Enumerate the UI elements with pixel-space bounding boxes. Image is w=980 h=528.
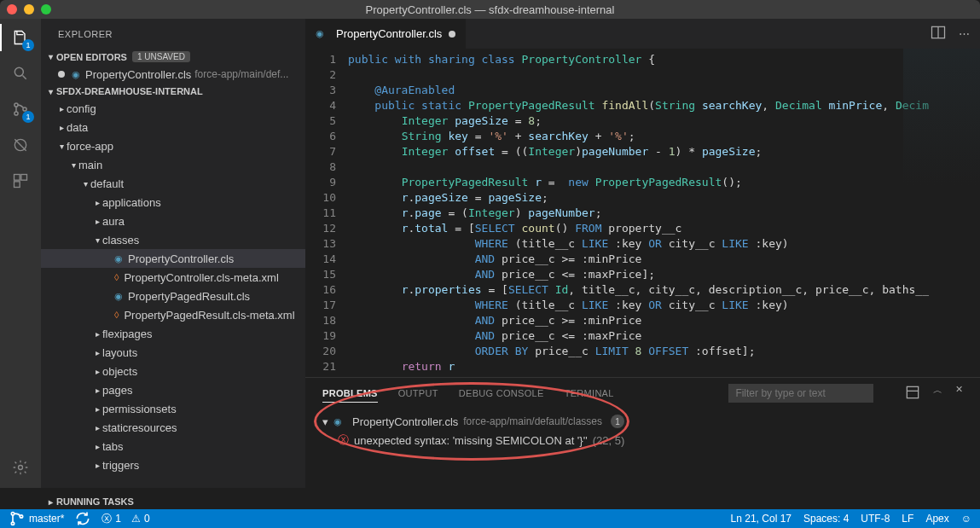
file-node[interactable]: ◊PropertyPagedResult.cls-meta.xml (41, 305, 305, 324)
folder-node[interactable]: ▸ objects (41, 362, 305, 380)
apex-file-icon: ◉ (114, 253, 123, 264)
tab-filename: PropertyController.cls (336, 27, 442, 40)
problem-filepath: force-app/main/default/classes (463, 415, 602, 427)
problems-tab[interactable]: PROBLEMS (322, 385, 378, 403)
svg-point-2 (14, 112, 18, 115)
folder-node[interactable]: ▸ staticresources (41, 418, 305, 437)
apex-file-icon: ◉ (316, 28, 324, 39)
source-control-icon[interactable]: 1 (9, 97, 32, 121)
maximize-window-button[interactable] (41, 4, 51, 15)
file-node[interactable]: ◊PropertyController.cls-meta.xml (41, 268, 305, 287)
folder-node[interactable]: ▸ applications (41, 193, 305, 212)
warning-count: 0 (144, 513, 150, 525)
file-node[interactable]: ◉PropertyPagedResult.cls (41, 287, 305, 305)
open-editors-label: OPEN EDITORS (56, 52, 127, 62)
warnings-indicator[interactable]: ⚠ 0 (131, 513, 150, 525)
open-editor-path: force-app/main/def... (194, 68, 288, 80)
encoding[interactable]: UTF-8 (861, 513, 890, 525)
terminal-tab[interactable]: TERMINAL (565, 385, 614, 402)
indentation[interactable]: Spaces: 4 (803, 513, 849, 525)
collapse-icon[interactable] (904, 384, 921, 403)
file-node[interactable]: ◉PropertyController.cls (41, 249, 305, 268)
more-actions-icon[interactable]: ⋯ (959, 27, 970, 40)
svg-point-1 (14, 103, 18, 107)
filter-input[interactable] (728, 384, 873, 403)
open-editor-item[interactable]: ◉ PropertyController.cls force-app/main/… (41, 65, 305, 84)
editor-tab[interactable]: ◉ PropertyController.cls (305, 19, 467, 49)
minimize-window-button[interactable] (24, 4, 34, 15)
explorer-sidebar: EXPLORER ▾ OPEN EDITORS 1 UNSAVED ◉ Prop… (41, 19, 305, 488)
code-editor[interactable]: 1234567891011121314151617181920212223 pu… (305, 49, 980, 377)
folder-node[interactable]: ▾ default (41, 174, 305, 193)
problem-message-row[interactable]: ⓧ unexpected syntax: 'missing SEMICOLON … (322, 431, 963, 450)
title-bar: PropertyController.cls — sfdx-dreamhouse… (0, 0, 980, 19)
extensions-icon[interactable] (9, 169, 32, 193)
unsaved-badge: 1 UNSAVED (132, 51, 190, 62)
bottom-panel: PROBLEMS OUTPUT DEBUG CONSOLE TERMINAL ︿… (305, 377, 980, 488)
folder-node[interactable]: ▸ pages (41, 380, 305, 399)
problem-message: unexpected syntax: 'missing SEMICOLON at… (354, 434, 588, 447)
status-bar: master* ⓧ 1 ⚠ 0 Ln 21, Col 17 Spaces: 4 … (0, 509, 980, 528)
editor-tab-bar: ◉ PropertyController.cls ⋯ (305, 19, 980, 49)
code-content[interactable]: public with sharing class PropertyContro… (348, 49, 980, 377)
editor-area: ◉ PropertyController.cls ⋯ 1234567891011… (305, 19, 980, 488)
svg-rect-7 (14, 182, 20, 188)
errors-indicator[interactable]: ⓧ 1 (101, 512, 121, 526)
folder-node[interactable]: ▸ layouts (41, 343, 305, 362)
svg-point-0 (14, 67, 23, 76)
problem-file-row[interactable]: ▾ ◉ PropertyController.cls force-app/mai… (322, 412, 963, 431)
workspace-section[interactable]: ▾ SFDX-DREAMHOUSE-INTERNAL (41, 84, 305, 99)
problem-filename: PropertyController.cls (352, 415, 458, 428)
modified-dot-icon (449, 31, 455, 38)
chevron-up-icon[interactable]: ︿ (933, 384, 942, 403)
svg-rect-5 (14, 175, 20, 181)
explorer-title: EXPLORER (41, 19, 305, 49)
error-icon: ⓧ (338, 432, 349, 448)
scm-badge: 1 (22, 111, 34, 123)
workspace-label: SFDX-DREAMHOUSE-INTERNAL (56, 86, 203, 96)
sync-indicator[interactable] (74, 510, 91, 527)
folder-node[interactable]: ▾ force-app (41, 136, 305, 155)
svg-point-8 (19, 466, 23, 470)
feedback-icon[interactable]: ☺ (961, 513, 971, 525)
branch-indicator[interactable]: master* (9, 510, 64, 527)
apex-file-icon: ◉ (114, 291, 123, 302)
line-gutter: 1234567891011121314151617181920212223 (305, 49, 348, 377)
activity-bar: 1 1 (0, 19, 41, 488)
svg-point-11 (11, 513, 14, 515)
problem-location: (22, 5) (593, 434, 625, 447)
explorer-icon[interactable]: 1 (9, 26, 32, 49)
xml-file-icon: ◊ (114, 310, 119, 320)
file-tree: ▸ config▸ data▾ force-app▾ main▾ default… (41, 99, 305, 474)
problem-count-badge: 1 (611, 415, 624, 428)
window-title: PropertyController.cls — sfdx-dreamhouse… (366, 3, 615, 16)
debug-icon[interactable] (9, 133, 32, 157)
folder-node[interactable]: ▸ tabs (41, 437, 305, 455)
settings-gear-icon[interactable] (9, 455, 32, 479)
folder-node[interactable]: ▸ config (41, 99, 305, 118)
language-mode[interactable]: Apex (925, 513, 948, 525)
error-count: 1 (115, 513, 121, 525)
folder-node[interactable]: ▸ data (41, 118, 305, 136)
svg-point-12 (11, 522, 14, 525)
svg-rect-6 (21, 175, 27, 181)
folder-node[interactable]: ▸ permissionsets (41, 399, 305, 418)
output-tab[interactable]: OUTPUT (398, 385, 438, 402)
close-panel-icon[interactable]: ✕ (955, 384, 963, 403)
close-window-button[interactable] (7, 4, 17, 15)
folder-node[interactable]: ▸ flexipages (41, 324, 305, 343)
cursor-position[interactable]: Ln 21, Col 17 (731, 513, 792, 525)
folder-node[interactable]: ▾ main (41, 155, 305, 174)
minimap[interactable] (903, 49, 980, 185)
explorer-badge: 1 (22, 39, 34, 51)
apex-file-icon: ◉ (333, 416, 342, 427)
folder-node[interactable]: ▸ triggers (41, 455, 305, 474)
svg-rect-10 (908, 386, 919, 397)
debug-console-tab[interactable]: DEBUG CONSOLE (459, 385, 544, 402)
open-editors-section[interactable]: ▾ OPEN EDITORS 1 UNSAVED (41, 49, 305, 65)
folder-node[interactable]: ▸ aura (41, 212, 305, 230)
search-icon[interactable] (9, 61, 32, 85)
eol[interactable]: LF (902, 513, 913, 525)
split-editor-icon[interactable] (930, 24, 947, 44)
folder-node[interactable]: ▾ classes (41, 230, 305, 249)
